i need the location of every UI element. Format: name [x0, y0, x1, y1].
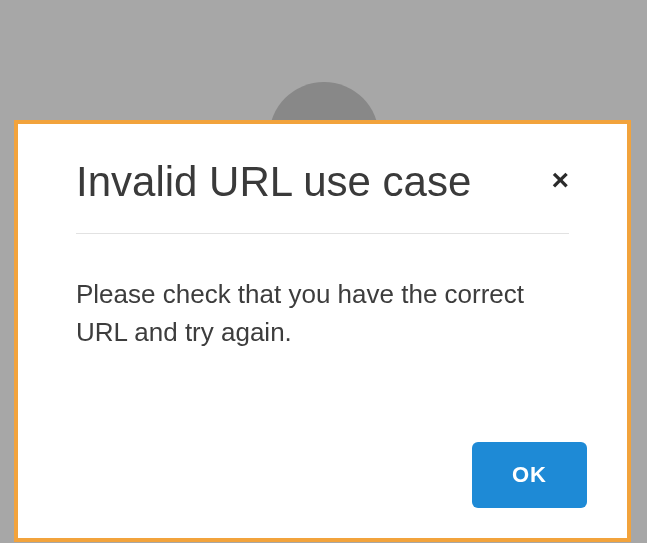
- close-icon[interactable]: ×: [551, 165, 569, 195]
- dialog-footer: OK: [472, 442, 587, 508]
- dialog-header: Invalid URL use case ×: [76, 159, 569, 234]
- ok-button[interactable]: OK: [472, 442, 587, 508]
- error-dialog: Invalid URL use case × Please check that…: [14, 120, 631, 542]
- dialog-title: Invalid URL use case: [76, 159, 471, 205]
- dialog-message: Please check that you have the correct U…: [76, 276, 569, 351]
